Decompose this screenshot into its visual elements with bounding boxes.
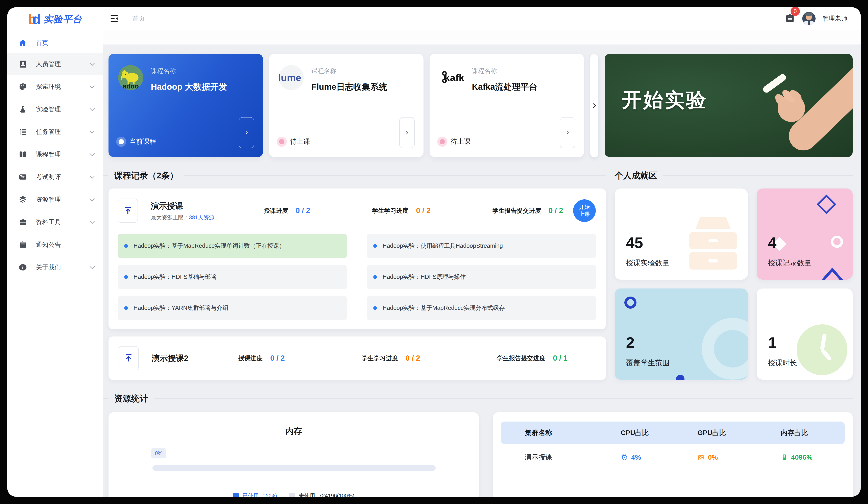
- col-memory: 内存占比: [781, 428, 845, 438]
- chevron-down-icon: [90, 151, 95, 156]
- memory-tooltip: 0%: [151, 448, 166, 459]
- archive-icon: [689, 217, 737, 272]
- sidebar-item-resources[interactable]: 资源管理: [7, 188, 103, 211]
- sidebar-item-label: 课程管理: [36, 150, 61, 159]
- stat-value: 1: [768, 334, 776, 351]
- flask-icon: [18, 105, 28, 114]
- chevron-ornament-icon: [817, 267, 847, 280]
- course-name-label: 课程名称: [311, 67, 387, 75]
- brand-logo: bd 实验平台: [7, 7, 103, 31]
- sidebar-item-courses[interactable]: 课程管理: [7, 143, 103, 166]
- achievement-card-records: 4 授课记录数量: [757, 189, 853, 280]
- achievements-section-title: 个人成就区: [615, 170, 657, 181]
- course-name: Kafka流处理平台: [472, 81, 537, 93]
- metric-report-submission: 学生报告提交进度 0 / 1: [497, 354, 568, 363]
- sidebar-item-label: 实验管理: [36, 105, 61, 114]
- memory-chart-title: 内存: [108, 426, 479, 437]
- home-icon: [18, 38, 28, 48]
- topbar-substrip: [103, 30, 861, 45]
- record-metrics: 授课进度 0 / 2 学生学习进度 0 / 2 学生报告提交进度 0 / 1: [238, 354, 596, 363]
- memory-progress-bar: [153, 465, 436, 471]
- cell-gpu: 0%: [698, 453, 781, 461]
- topbar-right: 0 管理老师: [785, 12, 847, 25]
- sidebar-item-experiments[interactable]: 实验管理: [7, 98, 103, 120]
- experiment-item[interactable]: Hadoop实验：使用编程工具HadoopStreaming: [367, 234, 596, 258]
- achievements-column: 个人成就区 45 授课实验数量: [615, 157, 853, 380]
- layers-icon: [18, 195, 28, 204]
- stat-value: 2: [626, 334, 634, 351]
- sidebar: bd 实验平台 首页 人员管理 探索环: [7, 7, 103, 497]
- sidebar-item-home[interactable]: 首页: [7, 33, 103, 53]
- course-arrow-button[interactable]: [239, 117, 254, 148]
- course-card-kafka[interactable]: kafk 课程名称 Kafka流处理平台 待上课: [430, 54, 584, 157]
- legend-swatch-used: [233, 493, 239, 497]
- course-status: 待上课: [279, 137, 310, 146]
- big-ring-icon: [702, 318, 748, 380]
- legend-free[interactable]: 未使用 724196(100%): [289, 492, 354, 497]
- course-card-flume[interactable]: lume 课程名称 Flume日志收集系统 待上课: [269, 54, 424, 157]
- record-title: 演示授课: [151, 200, 264, 211]
- sidebar-item-label: 通知公告: [36, 241, 61, 249]
- ring-icon: [624, 296, 637, 309]
- resources-row: 内存 0% 已使用 0(0%) 未使用 724196(100%): [108, 412, 853, 497]
- svg-text:adoo: adoo: [123, 83, 139, 90]
- resources-section-title: 资源统计: [114, 393, 148, 404]
- sidebar-item-label: 人员管理: [36, 60, 61, 69]
- sidebar-item-explore[interactable]: 探索环境: [7, 75, 103, 98]
- sidebar-collapse-icon[interactable]: [109, 13, 120, 24]
- stat-value: 4: [768, 234, 776, 251]
- sidebar-item-tasks[interactable]: 任务管理: [7, 120, 103, 143]
- stat-label: 授课实验数量: [626, 258, 670, 268]
- breadcrumb[interactable]: 首页: [132, 14, 145, 23]
- upload-button[interactable]: [118, 199, 138, 223]
- notification-badge: 0: [790, 7, 800, 16]
- sidebar-item-exams[interactable]: 100 考试测评: [7, 166, 103, 188]
- status-dot: [440, 139, 445, 144]
- col-cpu: CPU占比: [621, 428, 698, 438]
- course-arrow-button[interactable]: [560, 117, 575, 148]
- notification-icon[interactable]: 0: [785, 13, 795, 24]
- legend-used[interactable]: 已使用 0(0%): [233, 492, 277, 497]
- chevron-down-icon: [90, 128, 95, 134]
- experiment-item[interactable]: Hadoop实验：基于MapReduce实现单词计数（正在授课）: [118, 234, 347, 258]
- start-experiment-banner[interactable]: 开始实验: [604, 54, 853, 157]
- stat-label: 覆盖学生范围: [626, 358, 670, 368]
- user-name[interactable]: 管理老师: [823, 14, 847, 23]
- chevron-down-icon: [90, 264, 95, 269]
- cell-memory: 4096%: [781, 453, 845, 461]
- divider: [184, 175, 606, 176]
- carousel-next-button[interactable]: [590, 54, 599, 157]
- course-card-hadoop[interactable]: adoo 课程名称 Hadoop 大数据开发 当前课程: [108, 54, 263, 157]
- experiment-item[interactable]: Hadoop实验：HDFS基础与部署: [118, 265, 347, 289]
- course-arrow-button[interactable]: [399, 117, 415, 148]
- sidebar-item-about[interactable]: 关于我们: [7, 256, 103, 279]
- cpu-icon: [621, 454, 628, 461]
- cluster-table-row: 演示授课 4% 0% 4096%: [501, 444, 845, 470]
- chevron-down-icon: [90, 196, 95, 201]
- sidebar-item-personnel[interactable]: 人员管理: [7, 53, 103, 75]
- sidebar-item-notices[interactable]: 通知公告: [7, 233, 103, 256]
- avatar-hair: [805, 12, 813, 16]
- start-class-button[interactable]: 开始上课: [573, 199, 596, 222]
- upload-button[interactable]: [118, 346, 139, 370]
- experiment-item[interactable]: Hadoop实验：HDFS原理与操作: [367, 265, 596, 289]
- course-status: 待上课: [440, 137, 471, 146]
- bullet-dot: [373, 306, 377, 310]
- bullet-dot: [373, 244, 377, 248]
- stat-value: 45: [626, 234, 643, 251]
- achievement-grid: 45 授课实验数量 4 授课记录数量: [615, 189, 853, 380]
- resource-limit-link[interactable]: 381人资源: [189, 214, 214, 221]
- brand-name: 实验平台: [43, 13, 82, 25]
- achievement-card-students: 2 覆盖学生范围: [615, 288, 748, 380]
- chevron-down-icon: [90, 106, 95, 111]
- clock-icon: [797, 324, 847, 375]
- course-cards-row: adoo 课程名称 Hadoop 大数据开发 当前课程: [108, 54, 853, 157]
- bullet-dot: [373, 275, 377, 279]
- sidebar-item-tools[interactable]: 资料工具: [7, 211, 103, 233]
- toolbox-icon: [18, 218, 28, 227]
- experiment-item[interactable]: Hadoop实验：YARN集群部署与介绍: [118, 296, 347, 320]
- experiment-item[interactable]: Hadoop实验：基于MapReduce实现分布式缓存: [367, 296, 596, 320]
- avatar[interactable]: [802, 12, 816, 25]
- ring-icon: [831, 236, 843, 248]
- divider: [154, 398, 853, 399]
